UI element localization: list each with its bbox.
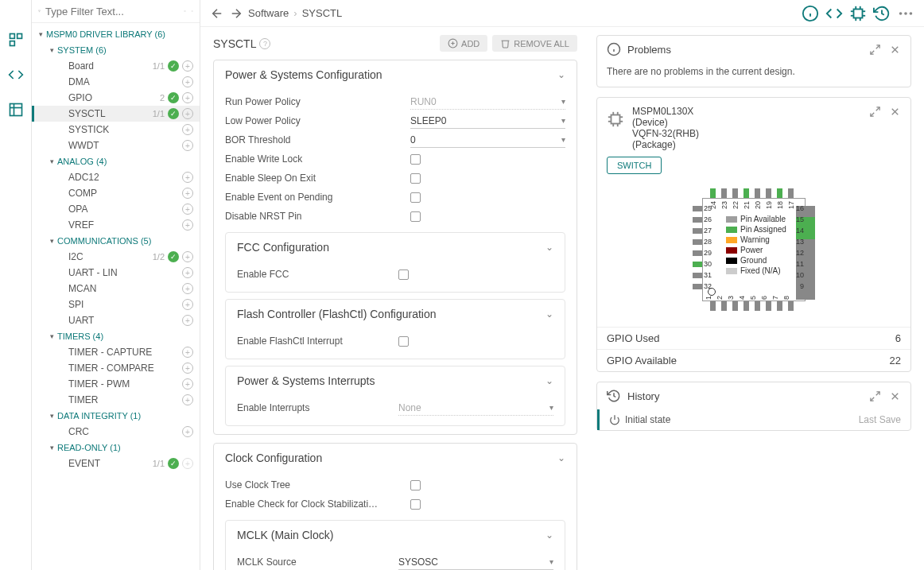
chip-pin[interactable] [693,273,702,278]
add-icon[interactable]: + [182,426,193,437]
chip-pin[interactable] [693,239,702,245]
tree-row[interactable]: DMA+ [32,74,200,90]
select-low-power[interactable]: SLEEP0▾ [410,114,565,129]
tree-row[interactable]: ▾COMMUNICATIONS (5) [32,233,200,249]
add-icon[interactable]: + [182,188,193,199]
panel-header-interrupts[interactable]: Power & Systems Interrupts⌄ [226,366,565,395]
add-icon[interactable]: + [182,267,193,278]
tree-row[interactable]: TIMER - COMPARE+ [32,360,200,376]
chip-pin[interactable] [766,188,771,198]
tree-row[interactable]: EVENT1/1✓+ [32,456,200,471]
add-icon[interactable]: + [182,315,193,326]
rail-code-icon[interactable] [8,67,24,83]
tree-row[interactable]: ▾DATA INTEGRITY (1) [32,408,200,424]
select-interrupts[interactable]: None▾ [398,401,553,416]
tree-row[interactable]: ▾ANALOG (4) [32,153,200,169]
tree-row[interactable]: GPIO2✓+ [32,90,200,106]
chip-pin[interactable] [710,301,716,311]
tree-row[interactable]: CRC+ [32,424,200,440]
code-icon[interactable] [825,5,843,22]
add-icon[interactable]: + [182,108,193,119]
chip-pin[interactable] [777,188,782,198]
add-icon[interactable]: + [182,378,193,390]
chip-pin[interactable] [755,188,760,198]
tree-row[interactable]: ▾SYSTEM (6) [32,42,200,58]
tree-row[interactable]: MCAN+ [32,281,200,297]
check-disable-nrst[interactable] [410,211,421,222]
rail-config-icon[interactable] [8,32,24,48]
panel-header-mclk[interactable]: MCLK (Main Clock)⌄ [226,521,565,549]
panel-header-power[interactable]: Power & Systems Configuration ⌄ [214,60,577,89]
tree-row[interactable]: COMP+ [32,185,200,201]
chip-icon[interactable] [849,5,867,22]
select-bor[interactable]: 0▾ [410,133,565,148]
add-icon[interactable]: + [182,299,193,310]
info-icon[interactable] [802,5,819,22]
breadcrumb-software[interactable]: Software [248,7,289,19]
help-icon[interactable]: ? [259,38,270,49]
chip-pin[interactable] [693,206,702,211]
chip-pin[interactable] [743,301,749,311]
nav-forward-icon[interactable] [229,6,243,21]
add-icon[interactable]: + [182,172,193,183]
filter-input[interactable] [45,6,179,17]
chip-pin[interactable] [777,301,782,311]
close-icon[interactable] [889,390,901,402]
nav-back-icon[interactable] [210,6,224,21]
tree-row[interactable]: UART - LIN+ [32,265,200,281]
panel-header-fcc[interactable]: FCC Configuration⌄ [226,233,565,262]
add-icon[interactable]: + [182,140,193,151]
tree-row[interactable]: ▾TIMERS (4) [32,328,200,344]
check-event-pending[interactable] [410,192,421,203]
chip-pin[interactable] [788,188,794,198]
chip-pin[interactable] [693,228,702,234]
expand-icon[interactable] [869,44,881,56]
tree-row[interactable]: ▾MSPM0 DRIVER LIBRARY (6) [32,26,200,42]
close-icon[interactable] [889,106,901,118]
add-icon[interactable]: + [182,363,193,374]
tree-row[interactable]: WWDT+ [32,138,200,153]
chip-pin[interactable] [732,188,738,198]
remove-all-button[interactable]: REMOVE ALL [492,35,577,52]
check-write-lock[interactable] [410,154,421,165]
tree-row[interactable]: I2C1/2✓+ [32,249,200,265]
chip-pin[interactable] [721,188,727,198]
check-clock-stab[interactable] [410,499,421,510]
add-icon[interactable]: + [182,60,193,72]
tree-row[interactable]: ▾READ-ONLY (1) [32,440,200,456]
add-button[interactable]: ADD [440,35,487,52]
history-top-icon[interactable] [873,5,891,22]
tree-row[interactable]: UART+ [32,312,200,328]
more-icon[interactable] [897,5,914,22]
chip-pin[interactable] [693,217,702,223]
history-initial[interactable]: Initial state Last Save [597,409,910,430]
chip-pin[interactable] [755,301,760,311]
clear-filter-icon[interactable] [184,5,186,17]
check-flash-int[interactable] [398,336,409,347]
add-icon[interactable]: + [182,347,193,358]
add-icon[interactable]: + [182,251,193,262]
collapse-sidebar-icon[interactable] [191,5,193,17]
filter-icon[interactable] [38,5,41,17]
breadcrumb-sysctl[interactable]: SYSCTL [302,7,343,19]
tree-row[interactable]: ADC12+ [32,169,200,185]
select-run-power[interactable]: RUN0▾ [410,95,565,110]
check-enable-fcc[interactable] [398,269,409,280]
add-icon[interactable]: + [182,394,193,405]
panel-header-flash[interactable]: Flash Controller (FlashCtl) Configuratio… [226,300,565,328]
tree-row[interactable]: OPA+ [32,201,200,217]
close-icon[interactable] [889,44,901,56]
expand-icon[interactable] [869,106,881,118]
chip-pin[interactable] [732,301,738,311]
check-use-tree[interactable] [410,480,421,491]
chip-pin[interactable] [788,301,794,311]
chip-pin[interactable] [693,262,702,267]
add-icon[interactable]: + [182,283,193,294]
rail-table-icon[interactable] [8,102,24,118]
add-icon[interactable]: + [182,124,193,135]
chip-pin[interactable] [766,301,771,311]
chip-pin[interactable] [693,250,702,256]
tree-row[interactable]: SPI+ [32,297,200,312]
tree-row[interactable]: Board1/1✓+ [32,58,200,74]
chip-pin[interactable] [693,284,702,289]
